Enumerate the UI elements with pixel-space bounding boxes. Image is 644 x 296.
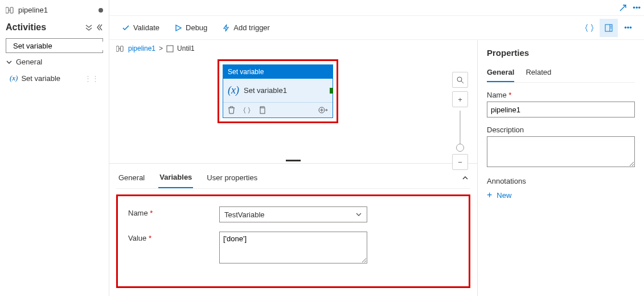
- chevron-down-icon: [355, 211, 362, 218]
- braces-icon: [585, 23, 594, 33]
- copy-icon[interactable]: [259, 106, 266, 114]
- variable-icon: (x): [228, 84, 239, 96]
- category-label: General: [16, 58, 42, 66]
- activity-search-input[interactable]: [13, 42, 109, 50]
- grip-icon: ⋮⋮: [84, 74, 99, 83]
- breadcrumb: pipeline1 > Until1: [109, 40, 477, 57]
- activity-search[interactable]: [6, 38, 103, 53]
- activities-heading: Activities: [6, 22, 46, 33]
- debug-button[interactable]: Debug: [169, 21, 213, 34]
- chevron-double-left-icon[interactable]: [95, 23, 103, 31]
- svg-rect-9: [116, 46, 119, 51]
- highlight-box: Set variable (x) Set variable1: [218, 59, 338, 123]
- chevron-up-icon: [461, 174, 469, 182]
- properties-title: Properties: [487, 48, 635, 58]
- breadcrumb-child: Until1: [177, 44, 195, 52]
- activities-panel: pipeline1 Activities General (x) Set var…: [0, 0, 109, 296]
- props-desc-label: Description: [487, 125, 635, 134]
- props-ann-label: Annotations: [487, 177, 635, 185]
- design-canvas[interactable]: Set variable (x) Set variable1: [109, 57, 477, 157]
- pipeline-tab-title: pipeline1: [18, 6, 48, 14]
- canvas-toolbar: Validate Debug Add trigger •••: [109, 16, 644, 40]
- tab-user-properties[interactable]: User properties: [206, 170, 259, 188]
- pipeline-icon: [6, 6, 15, 14]
- variables-form: Name * TestVariable Value * ['done']: [116, 194, 470, 288]
- activity-set-variable[interactable]: (x) Set variable ⋮⋮: [6, 71, 103, 86]
- pipeline-tab[interactable]: pipeline1: [6, 5, 103, 18]
- add-trigger-button[interactable]: Add trigger: [216, 21, 276, 34]
- fit-button[interactable]: [452, 72, 468, 88]
- debug-label: Debug: [186, 23, 207, 32]
- zoom-thumb[interactable]: [456, 144, 464, 152]
- more-icon[interactable]: •••: [633, 3, 641, 12]
- svg-rect-0: [6, 7, 9, 13]
- zoom-slider[interactable]: [460, 111, 461, 151]
- play-icon: [174, 24, 182, 32]
- var-name-select[interactable]: TestVariable: [219, 206, 367, 222]
- node-type-label: Set variable: [223, 65, 333, 79]
- tab-variables[interactable]: Variables: [158, 169, 193, 188]
- category-general[interactable]: General: [6, 53, 103, 71]
- breadcrumb-root[interactable]: pipeline1: [128, 44, 155, 52]
- props-tab-general[interactable]: General: [487, 66, 514, 82]
- zoom-in-button[interactable]: +: [452, 91, 468, 107]
- svg-rect-12: [167, 46, 173, 52]
- plus-icon: +: [458, 95, 462, 104]
- bolt-icon: [222, 24, 230, 32]
- properties-icon: [604, 23, 613, 33]
- details-panel: General Variables User properties Name *…: [109, 163, 477, 296]
- var-name-value: TestVariable: [224, 210, 265, 219]
- properties-toggle-button[interactable]: [600, 19, 618, 37]
- props-name-input[interactable]: [487, 102, 635, 117]
- code-view-button[interactable]: [580, 19, 598, 37]
- chevron-double-down-icon[interactable]: [85, 23, 93, 31]
- add-output-icon[interactable]: [318, 106, 328, 114]
- props-name-label: Name *: [487, 91, 635, 99]
- tab-general[interactable]: General: [117, 170, 146, 188]
- chevron-down-icon: [6, 59, 13, 66]
- add-trigger-label: Add trigger: [233, 23, 270, 32]
- magnifier-icon: [456, 76, 464, 84]
- output-connector[interactable]: [330, 88, 333, 94]
- validate-button[interactable]: Validate: [116, 21, 165, 34]
- pipeline-icon: [116, 45, 125, 52]
- var-value-input[interactable]: ['done']: [219, 232, 367, 263]
- activity-label: Set variable: [21, 74, 60, 83]
- toolbar-more-button[interactable]: •••: [619, 19, 637, 37]
- plus-icon: +: [487, 190, 492, 200]
- svg-line-16: [461, 81, 463, 83]
- properties-panel: Properties General Related Name * Descri…: [478, 40, 644, 296]
- svg-rect-10: [121, 46, 124, 51]
- props-tab-related[interactable]: Related: [526, 66, 551, 82]
- svg-rect-13: [260, 108, 265, 113]
- delete-icon[interactable]: [228, 106, 235, 114]
- braces-icon[interactable]: [243, 107, 251, 114]
- var-name-label: Name *: [128, 206, 219, 217]
- props-desc-input[interactable]: [487, 136, 635, 167]
- collapse-panel-button[interactable]: [461, 174, 469, 184]
- add-annotation-label: New: [497, 191, 511, 200]
- unsaved-indicator-icon: [99, 8, 103, 13]
- variable-icon: (x): [10, 74, 18, 83]
- node-title: Set variable1: [244, 86, 287, 95]
- expand-icon[interactable]: [619, 4, 627, 12]
- activity-node[interactable]: Set variable (x) Set variable1: [223, 64, 333, 118]
- check-icon: [122, 24, 130, 32]
- breadcrumb-separator: >: [159, 44, 163, 52]
- validate-label: Validate: [133, 23, 159, 32]
- svg-point-15: [457, 77, 462, 82]
- panel-resize-handle[interactable]: [109, 157, 477, 163]
- add-annotation-button[interactable]: + New: [487, 188, 635, 202]
- until-icon: [166, 45, 174, 52]
- svg-rect-1: [10, 7, 13, 13]
- var-value-label: Value *: [128, 232, 219, 242]
- zoom-controls: + −: [452, 72, 468, 170]
